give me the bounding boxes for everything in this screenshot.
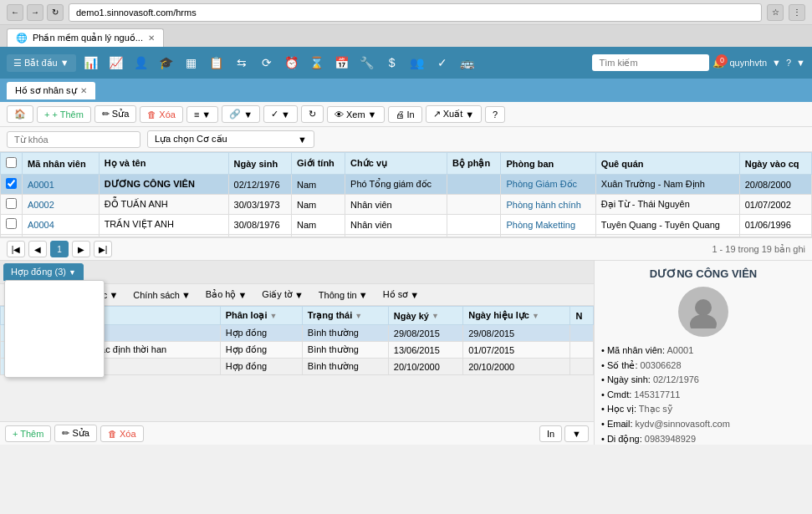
giayto-arrow: ▼ — [294, 290, 304, 300]
row-checkbox-cell[interactable] — [1, 215, 23, 235]
sub-tab-close-icon[interactable]: ✕ — [80, 86, 87, 95]
filter-trangthai-icon[interactable]: ▼ — [355, 312, 362, 320]
table-row[interactable]: A0001 DƯƠNG CÔNG VIÊN 02/12/1976 Nam Phó… — [1, 175, 812, 195]
dropdown-item-baohiem[interactable]: Bảo hiểm — [5, 358, 104, 377]
cell-position: Nhân viên — [345, 215, 447, 235]
svg-point-0 — [695, 299, 712, 316]
structure-dropdown-label: Lựa chọn Cơ cấu — [155, 134, 227, 145]
avatar-icon — [687, 295, 720, 328]
row-checkbox[interactable] — [6, 198, 17, 209]
contract-edit-button[interactable]: ✏ Sửa — [54, 425, 97, 442]
nav-people-icon[interactable]: 👤 — [130, 51, 153, 74]
dropdown-item-luongcb[interactable]: Lương cb — [5, 300, 104, 319]
help-button[interactable]: ? — [786, 58, 791, 68]
nav-clock-icon[interactable]: ⏰ — [280, 51, 304, 74]
export-button[interactable]: ↗ Xuất ▼ — [426, 105, 482, 123]
menu-button[interactable]: ⋮ — [789, 4, 805, 21]
nav-chart-icon[interactable]: 📈 — [105, 51, 128, 74]
app-header: ☰ Bắt đầu ▼ 📊 📈 👤 🎓 ▦ 📋 ⇆ ⟳ ⏰ ⌛ 📅 🔧 $ 👥 … — [0, 47, 812, 79]
print-button[interactable]: 🖨 In — [388, 106, 422, 123]
row-checkbox[interactable] — [6, 178, 17, 189]
help-arrow-icon: ▼ — [796, 58, 805, 68]
structure-dropdown[interactable]: Lựa chọn Cơ cấu ▼ — [147, 130, 314, 148]
contract-print-arrow-button[interactable]: ▼ — [564, 425, 589, 442]
profile-phone: 0983948929 — [645, 434, 696, 444]
dropdown-item-hopdong[interactable]: Hợp đồng (3) — [5, 281, 104, 300]
sub-tab-thongtin[interactable]: Thông tin ▼ — [312, 287, 375, 303]
star-button[interactable]: ☆ — [767, 4, 784, 21]
page-1-button[interactable]: 1 — [50, 241, 69, 257]
bottom-toolbar: + Thêm ✏ Sửa 🗑 Xóa In ▼ — [0, 421, 594, 445]
browser-tab[interactable]: 🌐 Phần mềm quản lý nguồ... ✕ — [7, 28, 164, 47]
last-page-button[interactable]: ▶| — [94, 241, 112, 257]
back-button[interactable]: ← — [7, 4, 23, 21]
notification-button[interactable]: 🔔 0 — [712, 58, 724, 69]
first-page-button[interactable]: |◀ — [7, 241, 25, 257]
profile-degree-row: • Học vị: Thạc sỹ — [601, 402, 805, 417]
select-all-checkbox[interactable] — [6, 157, 17, 168]
nav-tools-icon[interactable]: 🔧 — [355, 51, 379, 74]
prev-page-button[interactable]: ◀ — [28, 241, 47, 257]
contract-add-button[interactable]: + Thêm — [5, 425, 51, 442]
svg-point-1 — [690, 314, 717, 328]
col-trangthai: Trạng thái ▼ — [302, 307, 388, 325]
filter-phanloai-icon[interactable]: ▼ — [269, 312, 277, 320]
row-checkbox[interactable] — [6, 218, 17, 229]
nav-transfer-icon[interactable]: ⇆ — [230, 51, 253, 74]
contract-cell-effective: 29/08/2015 — [463, 325, 570, 342]
nav-calendar-icon[interactable]: 📅 — [330, 51, 354, 74]
contract-delete-button[interactable]: 🗑 Xóa — [100, 425, 144, 442]
edit-button[interactable]: ✏ Sửa — [94, 105, 136, 123]
nav-timer-icon[interactable]: ⌛ — [305, 51, 329, 74]
keyword-input[interactable] — [7, 131, 140, 148]
cell-gender: Nam — [291, 175, 345, 195]
view-button[interactable]: 👁 Xem ▼ — [327, 106, 385, 123]
dropdown-item-phucap[interactable]: Phụ cấp — [5, 338, 104, 358]
table-row[interactable]: A0002 ĐỖ TUẤN ANH 30/03/1973 Nam Nhân vi… — [1, 195, 812, 215]
address-bar[interactable]: demo1.sinnovasoft.com/hrms — [69, 3, 762, 22]
nav-bus-icon[interactable]: 🚌 — [456, 51, 479, 74]
sub-tab-hoso[interactable]: Hồ sơ nhân sự ✕ — [7, 82, 95, 99]
nav-table-icon[interactable]: 📋 — [205, 51, 228, 74]
nav-graduation-icon[interactable]: 🎓 — [155, 51, 178, 74]
add-button[interactable]: + + Thêm — [37, 106, 91, 123]
row-checkbox-cell[interactable] — [1, 175, 23, 195]
contract-cell-n — [570, 325, 594, 342]
filter-ngayhieuluc-icon[interactable]: ▼ — [532, 312, 539, 320]
sub-tab-chinhsach[interactable]: Chính sách ▼ — [126, 287, 197, 303]
menu-button[interactable]: ☰ Bắt đầu ▼ — [7, 54, 76, 72]
profile-panel: DƯƠNG CÔNG VIÊN • Mã nhân viên: A0001 • … — [595, 261, 812, 445]
nav-grid-icon[interactable]: ▦ — [180, 51, 203, 74]
forward-button[interactable]: → — [27, 4, 43, 21]
nav-check2-icon[interactable]: ✓ — [431, 51, 454, 74]
contract-dropdown-menu: Hợp đồng (3) Lương cb Lương cơ Phụ cấp B… — [4, 280, 105, 378]
contract-print-button[interactable]: In — [539, 425, 562, 442]
refresh-button[interactable]: ↻ — [301, 105, 324, 123]
cell-id: A0001 — [23, 175, 100, 195]
add-icon: + — [44, 109, 49, 120]
table-row[interactable]: A0004 TRẦN VIỆT ANH 30/08/1976 Nam Nhân … — [1, 215, 812, 235]
nav-refresh2-icon[interactable]: ⟳ — [255, 51, 278, 74]
app-subheader: Hồ sơ nhân sự ✕ — [0, 79, 812, 102]
contract-tab[interactable]: Hợp đồng (3) ▼ Hợp đồng (3) Lương cb Lươ… — [3, 263, 84, 281]
dropdown-item-luongco[interactable]: Lương cơ — [5, 319, 104, 338]
search-input[interactable] — [592, 54, 709, 71]
filter-ngayky-icon[interactable]: ▼ — [432, 312, 439, 320]
list-button[interactable]: ≡ ▼ — [186, 106, 218, 123]
help-toolbar-button[interactable]: ? — [485, 106, 505, 123]
refresh-button[interactable]: ↻ — [47, 4, 64, 21]
sub-tab-baoho[interactable]: Bảo hộ ▼ — [199, 287, 254, 303]
link-button[interactable]: 🔗 ▼ — [222, 105, 260, 123]
row-checkbox-cell[interactable] — [1, 195, 23, 215]
next-page-button[interactable]: ▶ — [72, 241, 90, 257]
check-button[interactable]: ✓ ▼ — [263, 105, 298, 123]
sub-tab-hoso[interactable]: Hồ sơ ▼ — [376, 287, 426, 303]
delete-button[interactable]: 🗑 Xóa — [140, 106, 183, 123]
nav-dollar-icon[interactable]: $ — [380, 51, 404, 74]
sub-tab-giayto[interactable]: Giấy tờ ▼ — [255, 287, 310, 303]
nav-person2-icon[interactable]: 👥 — [406, 51, 429, 74]
home-button[interactable]: 🏠 — [7, 105, 33, 123]
tab-close-button[interactable]: ✕ — [148, 33, 155, 43]
nav-dashboard-icon[interactable]: 📊 — [79, 51, 103, 74]
select-all-header[interactable] — [1, 153, 23, 175]
